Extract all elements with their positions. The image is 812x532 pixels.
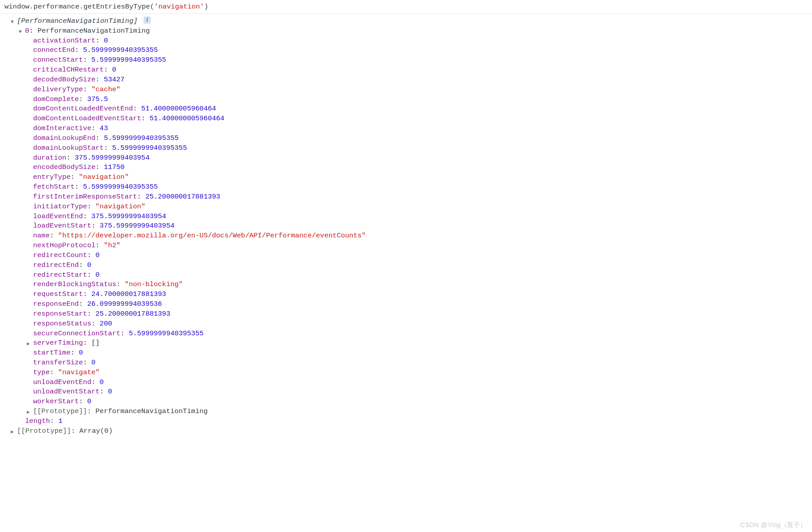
prop-value: 24.700000017881393 — [91, 290, 166, 298]
prop-row-redirectend[interactable]: redirectEnd: 0 — [11, 261, 808, 270]
prop-row-connectstart[interactable]: connectStart: 5.5999999940395355 — [11, 55, 808, 65]
expand-toggle-icon[interactable] — [11, 19, 17, 25]
expand-toggle-icon[interactable] — [11, 429, 17, 435]
prop-row-fetchstart[interactable]: fetchStart: 5.5999999940395355 — [11, 182, 808, 192]
prop-value: "cache" — [91, 85, 120, 93]
prop-row-duration[interactable]: duration: 375.59999999403954 — [11, 153, 808, 163]
prop-value: [] — [91, 339, 100, 347]
prop-row-name[interactable]: name: "https://developer.mozilla.org/en-… — [11, 231, 808, 241]
prop-value: 5.5999999940395355 — [112, 144, 187, 152]
prop-key: length — [25, 417, 50, 425]
prop-row-domcomplete[interactable]: domComplete: 375.5 — [11, 95, 808, 105]
info-icon[interactable]: i — [144, 17, 151, 24]
prop-row-responseend[interactable]: responseEnd: 26.099999994039536 — [11, 300, 808, 309]
index-label: 0 — [25, 27, 29, 35]
prop-row-responsestart[interactable]: responseStart: 25.200000017881393 — [11, 309, 808, 319]
prop-value: 5.5999999940395355 — [91, 56, 166, 64]
prop-value: 0 — [104, 37, 108, 45]
prop-row-deliverytype[interactable]: deliveryType: "cache" — [11, 85, 808, 95]
result-array-header[interactable]: [PerformanceNavigationTiming] i — [11, 17, 808, 26]
expand-toggle-icon[interactable] — [19, 29, 25, 35]
prop-value: 5.5999999940395355 — [129, 329, 203, 338]
prop-row-entrytype[interactable]: entryType: "navigation" — [11, 173, 808, 182]
prop-row-responsestatus[interactable]: responseStatus: 200 — [11, 319, 808, 329]
prop-key: entryType — [33, 173, 71, 181]
prop-row-loadeventstart[interactable]: loadEventStart: 375.59999999403954 — [11, 221, 808, 231]
prop-value: "navigation" — [79, 173, 129, 181]
prop-row-dominteractive[interactable]: domInteractive: 43 — [11, 124, 808, 134]
prop-row-servertiming[interactable]: serverTiming: [] — [11, 338, 808, 348]
prop-key: unloadEventStart — [33, 388, 100, 396]
prop-key: responseStart — [33, 310, 87, 318]
prop-row-activationstart[interactable]: activationStart: 0 — [11, 36, 808, 46]
prop-key: serverTiming — [33, 339, 83, 347]
prop-row-unloadeventstart[interactable]: unloadEventStart: 0 — [11, 387, 808, 397]
prop-key: encodedBodySize — [33, 163, 96, 171]
prop-value: "https://developer.mozilla.org/en-US/doc… — [58, 232, 366, 240]
prop-key: responseEnd — [33, 300, 79, 308]
prop-row-firstinterimresponsestart[interactable]: firstInterimResponseStart: 25.2000000178… — [11, 192, 808, 202]
prop-row-unloadeventend[interactable]: unloadEventEnd: 0 — [11, 378, 808, 388]
prop-value: 0 — [100, 378, 104, 386]
prop-value: 51.400000005960464 — [141, 105, 216, 113]
prop-row-decodedbodysize[interactable]: decodedBodySize: 53427 — [11, 75, 808, 85]
prop-value: 11750 — [104, 163, 125, 171]
prop-key: domInteractive — [33, 124, 91, 132]
prop-row-workerstart[interactable]: workerStart: 0 — [11, 397, 808, 407]
prop-value: 375.59999999403954 — [100, 222, 174, 230]
prop-value: 200 — [100, 320, 112, 328]
prop-row-nexthopprotocol[interactable]: nextHopProtocol: "h2" — [11, 241, 808, 251]
prop-key: initiatorType — [33, 203, 87, 211]
prop-row-domainlookupend[interactable]: domainLookupEnd: 5.5999999940395355 — [11, 134, 808, 144]
prop-row-domainlookupstart[interactable]: domainLookupStart: 5.5999999940395355 — [11, 144, 808, 153]
expand-toggle-icon[interactable] — [27, 341, 33, 347]
prop-key: deliveryType — [33, 85, 83, 93]
prop-value: 0 — [108, 388, 112, 396]
prop-row-loadeventend[interactable]: loadEventEnd: 375.59999999403954 — [11, 212, 808, 222]
prop-key: nextHopProtocol — [33, 241, 96, 249]
prop-row-requeststart[interactable]: requestStart: 24.700000017881393 — [11, 290, 808, 300]
input-code: window.performance.getEntriesByType('nav… — [4, 3, 208, 11]
prop-row-initiatortype[interactable]: initiatorType: "navigation" — [11, 202, 808, 212]
prop-value: "navigate" — [58, 368, 100, 376]
prop-row-connectend[interactable]: connectEnd: 5.5999999940395355 — [11, 46, 808, 55]
prop-value: 375.59999999403954 — [75, 154, 149, 162]
console-input-echo: window.performance.getEntriesByType('nav… — [0, 0, 812, 14]
prop-row-encodedbodysize[interactable]: encodedBodySize: 11750 — [11, 163, 808, 173]
item-type-name: PerformanceNavigationTiming — [38, 27, 150, 35]
prop-row-starttime[interactable]: startTime: 0 — [11, 348, 808, 358]
prop-key: loadEventEnd — [33, 212, 83, 220]
prop-key: loadEventStart — [33, 222, 91, 230]
length-row[interactable]: length: 1 — [11, 417, 808, 426]
prop-value: 25.200000017881393 — [96, 310, 170, 318]
prop-value: 0 — [96, 251, 100, 259]
prop-row-criticalchrestart[interactable]: criticalCHRestart: 0 — [11, 65, 808, 75]
prop-value: PerformanceNavigationTiming — [96, 407, 208, 415]
array-item-0-header[interactable]: 0: PerformanceNavigationTiming — [11, 26, 808, 36]
prop-key: domContentLoadedEventStart — [33, 114, 141, 122]
prop-value: "navigation" — [96, 203, 146, 211]
prop-row-secureconnectionstart[interactable]: secureConnectionStart: 5.599999994039535… — [11, 329, 808, 339]
prop-key: redirectCount — [33, 251, 87, 259]
prop-row-redirectcount[interactable]: redirectCount: 0 — [11, 251, 808, 261]
prop-value: 1 — [58, 417, 62, 425]
prop-value: 5.5999999940395355 — [83, 183, 158, 191]
prop-row-domcontentloadedeventstart[interactable]: domContentLoadedEventStart: 51.400000005… — [11, 114, 808, 124]
prop-key: domComplete — [33, 95, 79, 103]
prop-key: requestStart — [33, 290, 83, 298]
prop-key: duration — [33, 154, 66, 162]
prop-row-domcontentloadedeventend[interactable]: domContentLoadedEventEnd: 51.40000000596… — [11, 104, 808, 114]
prop-value: 0 — [87, 261, 91, 269]
prop-row-transfersize[interactable]: transferSize: 0 — [11, 358, 808, 368]
prop-row-renderblockingstatus[interactable]: renderBlockingStatus: "non-blocking" — [11, 280, 808, 290]
prop-row-type[interactable]: type: "navigate" — [11, 368, 808, 378]
prop-row-prototype[interactable]: [[Prototype]]: PerformanceNavigationTimi… — [11, 407, 808, 417]
array-prototype-row[interactable]: [[Prototype]]: Array(0) — [11, 426, 808, 436]
prop-key: secureConnectionStart — [33, 329, 120, 338]
prop-key: connectStart — [33, 56, 83, 64]
expand-toggle-icon[interactable] — [27, 409, 33, 415]
prop-key: decodedBodySize — [33, 76, 96, 84]
array-type-name: [PerformanceNavigationTiming] — [17, 17, 138, 26]
prop-key: type — [33, 368, 50, 376]
prop-row-redirectstart[interactable]: redirectStart: 0 — [11, 270, 808, 280]
